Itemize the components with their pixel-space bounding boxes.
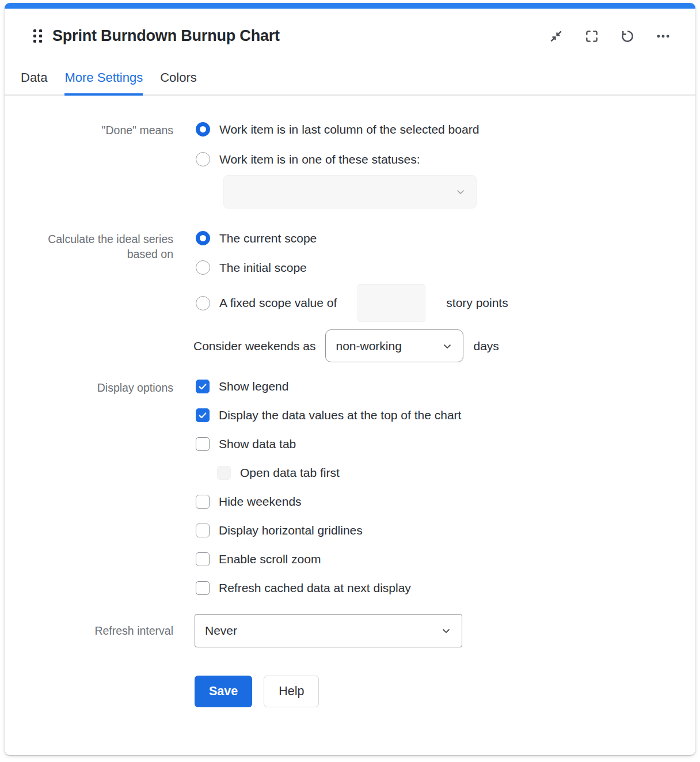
fullscreen-button[interactable] bbox=[584, 28, 600, 44]
done-means-label: "Done" means bbox=[21, 122, 173, 208]
chevron-down-icon bbox=[440, 624, 452, 637]
radio-option-label: A fixed scope value of bbox=[219, 296, 337, 310]
drag-handle-icon[interactable] bbox=[33, 29, 42, 43]
radio-option-label: Work item is in one of these statuses: bbox=[219, 153, 420, 166]
collapse-icon bbox=[549, 29, 564, 44]
checkbox-label: Enable scroll zoom bbox=[219, 552, 321, 566]
radio-fixed-scope[interactable] bbox=[196, 296, 210, 310]
checkbox-display-horizontal-gridlines[interactable] bbox=[196, 524, 210, 537]
refresh-interval-dropdown[interactable]: Never bbox=[195, 614, 462, 647]
header: Sprint Burndown Burnup Chart bbox=[5, 9, 695, 45]
checkbox-row-display-data-values[interactable]: Display the data values at the top of th… bbox=[196, 408, 679, 422]
display-options-label: Display options bbox=[21, 380, 173, 610]
radio-option-label: The current scope bbox=[219, 232, 317, 245]
checkbox-label: Display the data values at the top of th… bbox=[219, 408, 461, 422]
radio-option-fixed-scope[interactable]: A fixed scope value of story points bbox=[196, 284, 679, 322]
checkbox-refresh-cached-data[interactable] bbox=[196, 581, 210, 595]
tab-data[interactable]: Data bbox=[21, 70, 47, 94]
checkbox-label: Open data tab first bbox=[240, 466, 340, 480]
display-options-row: Display options Show legend Display the … bbox=[21, 380, 679, 610]
reset-button[interactable] bbox=[619, 28, 636, 44]
radio-current-scope[interactable] bbox=[196, 231, 210, 245]
checkbox-open-data-tab-first bbox=[217, 466, 231, 480]
radio-option-label: The initial scope bbox=[219, 261, 307, 275]
weekends-row: Consider weekends as non-working days bbox=[21, 329, 679, 362]
tab-bar: Data More Settings Colors bbox=[5, 70, 695, 96]
checkbox-display-data-values[interactable] bbox=[196, 408, 210, 422]
checkbox-label: Display horizontal gridlines bbox=[219, 524, 363, 537]
more-options-button[interactable] bbox=[655, 28, 671, 44]
page-title: Sprint Burndown Burnup Chart bbox=[52, 27, 280, 45]
checkbox-show-data-tab[interactable] bbox=[196, 437, 210, 451]
checkbox-row-show-data-tab[interactable]: Show data tab bbox=[196, 437, 679, 451]
refresh-interval-value: Never bbox=[205, 624, 237, 638]
check-icon bbox=[197, 381, 208, 392]
checkbox-row-refresh-cached-data[interactable]: Refresh cached data at next display bbox=[196, 581, 679, 595]
fullscreen-icon bbox=[584, 29, 599, 44]
refresh-interval-label: Refresh interval bbox=[21, 614, 173, 647]
weekends-dropdown[interactable]: non-working bbox=[325, 329, 463, 362]
save-button[interactable]: Save bbox=[195, 676, 252, 707]
radio-statuses[interactable] bbox=[196, 152, 210, 166]
checkbox-hide-weekends[interactable] bbox=[196, 495, 210, 509]
weekends-prefix-label: Consider weekends as bbox=[193, 339, 315, 353]
radio-option-last-column[interactable]: Work item is in last column of the selec… bbox=[196, 122, 679, 137]
done-means-options: Work item is in last column of the selec… bbox=[196, 122, 679, 208]
weekends-controls: Consider weekends as non-working days bbox=[193, 329, 679, 362]
ideal-series-options: The current scope The initial scope A fi… bbox=[196, 231, 679, 322]
check-icon bbox=[197, 410, 208, 420]
ideal-series-row: Calculate the ideal series based on The … bbox=[21, 231, 679, 322]
checkbox-label: Refresh cached data at next display bbox=[219, 581, 411, 595]
radio-option-initial-scope[interactable]: The initial scope bbox=[196, 260, 679, 275]
checkbox-enable-scroll-zoom[interactable] bbox=[196, 552, 210, 566]
checkbox-label: Hide weekends bbox=[219, 495, 302, 509]
done-means-row: "Done" means Work item is in last column… bbox=[21, 122, 679, 208]
checkbox-row-open-data-tab-first: Open data tab first bbox=[217, 466, 679, 480]
tab-colors[interactable]: Colors bbox=[160, 70, 197, 94]
weekends-dropdown-value: non-working bbox=[336, 339, 401, 353]
ideal-series-label: Calculate the ideal series based on bbox=[21, 231, 173, 322]
story-points-label: story points bbox=[446, 296, 508, 310]
checkbox-label: Show legend bbox=[219, 380, 288, 393]
fixed-scope-input bbox=[357, 284, 425, 322]
settings-form: "Done" means Work item is in last column… bbox=[5, 96, 695, 707]
checkbox-label: Show data tab bbox=[219, 437, 296, 451]
refresh-interval-row: Refresh interval Never bbox=[21, 614, 679, 647]
ellipsis-icon bbox=[656, 29, 671, 44]
help-button[interactable]: Help bbox=[264, 676, 319, 707]
chevron-down-icon bbox=[454, 185, 467, 198]
checkbox-show-legend[interactable] bbox=[196, 380, 210, 393]
statuses-dropdown bbox=[223, 175, 477, 208]
checkbox-row-show-legend[interactable]: Show legend bbox=[196, 380, 679, 393]
radio-option-statuses[interactable]: Work item is in one of these statuses: bbox=[196, 152, 679, 166]
button-row: Save Help bbox=[21, 676, 679, 707]
chevron-down-icon bbox=[441, 340, 454, 352]
tab-more-settings[interactable]: More Settings bbox=[64, 70, 143, 94]
radio-last-column[interactable] bbox=[196, 122, 210, 137]
header-actions bbox=[548, 28, 671, 44]
widget-accent-bar bbox=[5, 3, 695, 9]
checkbox-row-hide-weekends[interactable]: Hide weekends bbox=[196, 495, 679, 509]
page: Sprint Burndown Burnup Chart bbox=[0, 0, 700, 762]
weekends-days-label: days bbox=[473, 339, 499, 353]
reset-icon bbox=[620, 29, 635, 44]
radio-option-label: Work item is in last column of the selec… bbox=[219, 123, 479, 137]
collapse-button[interactable] bbox=[548, 28, 564, 44]
checkbox-row-display-horizontal-gridlines[interactable]: Display horizontal gridlines bbox=[196, 524, 679, 537]
checkbox-row-enable-scroll-zoom[interactable]: Enable scroll zoom bbox=[196, 552, 679, 566]
radio-option-current-scope[interactable]: The current scope bbox=[196, 231, 679, 245]
display-options-list: Show legend Display the data values at t… bbox=[196, 380, 679, 610]
widget-settings-card: Sprint Burndown Burnup Chart bbox=[5, 3, 695, 755]
radio-initial-scope[interactable] bbox=[196, 260, 210, 275]
